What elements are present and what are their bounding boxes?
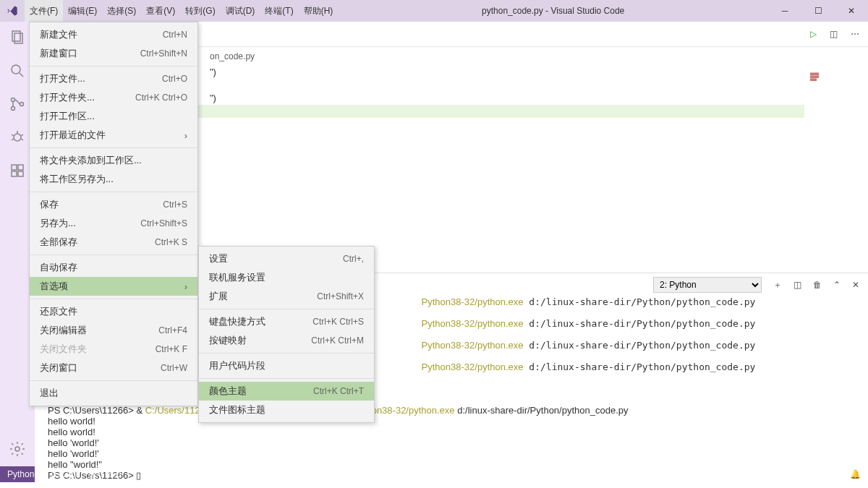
svg-rect-13: [12, 165, 17, 170]
svg-point-7: [14, 134, 21, 141]
menu-settings[interactable]: 设置Ctrl+,: [199, 249, 374, 268]
svg-point-17: [15, 447, 20, 451]
status-problems[interactable]: ⊗ 0 ⚠ 0: [89, 469, 121, 479]
source-control-icon[interactable]: [9, 95, 26, 113]
menu-save-as[interactable]: 另存为...Ctrl+Shift+S: [30, 214, 197, 233]
status-language[interactable]: Python: [796, 469, 823, 479]
menu-terminal[interactable]: 终端(T): [260, 0, 298, 22]
svg-rect-0: [12, 31, 20, 41]
menu-debug[interactable]: 调试(D): [221, 0, 260, 22]
menubar: 文件(F) 编辑(E) 选择(S) 查看(V) 转到(G) 调试(D) 终端(T…: [25, 0, 338, 22]
menu-online-services[interactable]: 联机服务设置: [199, 268, 374, 287]
svg-line-11: [12, 139, 14, 140]
menu-open-workspace[interactable]: 打开工作区...: [30, 107, 197, 126]
window-title: python_code.py - Visual Studio Code: [338, 6, 768, 16]
menu-exit[interactable]: 退出: [30, 384, 197, 403]
svg-rect-1: [14, 33, 22, 43]
search-icon[interactable]: [9, 62, 26, 80]
svg-point-2: [12, 65, 20, 74]
menu-keyboard-shortcuts[interactable]: 键盘快捷方式Ctrl+K Ctrl+S: [199, 312, 374, 331]
svg-rect-15: [18, 171, 23, 176]
menu-file[interactable]: 文件(F): [25, 0, 63, 22]
svg-point-5: [12, 107, 15, 111]
maximize-button[interactable]: ☐: [801, 0, 835, 22]
minimize-button[interactable]: ─: [768, 0, 801, 22]
svg-rect-14: [12, 171, 17, 176]
explorer-icon[interactable]: [9, 29, 26, 46]
menu-revert[interactable]: 还原文件: [30, 302, 197, 321]
menu-auto-save[interactable]: 自动保存: [30, 258, 197, 277]
file-menu-dropdown: 新建文件Ctrl+N 新建窗口Ctrl+Shift+N 打开文件...Ctrl+…: [29, 22, 198, 406]
svg-point-6: [20, 103, 24, 106]
close-panel-icon[interactable]: ✕: [852, 280, 859, 290]
svg-point-4: [12, 98, 15, 102]
extensions-icon[interactable]: [9, 162, 26, 179]
run-icon[interactable]: ▷: [810, 29, 817, 39]
svg-line-9: [12, 134, 14, 136]
menu-new-window[interactable]: 新建窗口Ctrl+Shift+N: [30, 44, 197, 63]
close-button[interactable]: ✕: [835, 0, 868, 22]
preferences-submenu: 设置Ctrl+, 联机服务设置 扩展Ctrl+Shift+X 键盘快捷方式Ctr…: [198, 246, 375, 423]
debug-icon[interactable]: [9, 129, 26, 146]
svg-line-12: [21, 139, 23, 140]
status-python[interactable]: Python 3.8.0 32-bit: [7, 469, 80, 479]
menu-icon-theme[interactable]: 文件图标主题: [199, 401, 374, 419]
maximize-panel-icon[interactable]: ⌃: [833, 280, 841, 290]
status-feedback-icon[interactable]: ☺: [833, 469, 841, 479]
menu-view[interactable]: 查看(V): [141, 0, 180, 22]
menu-new-file[interactable]: 新建文件Ctrl+N: [30, 25, 197, 44]
status-eol[interactable]: CRLF: [765, 469, 788, 479]
menu-open-folder[interactable]: 打开文件夹...Ctrl+K Ctrl+O: [30, 88, 197, 107]
menu-close-folder: 关闭文件夹Ctrl+K F: [30, 340, 197, 359]
status-bell-icon[interactable]: 🔔: [850, 469, 861, 479]
kill-terminal-icon[interactable]: 🗑: [813, 280, 822, 290]
split-editor-icon[interactable]: ◫: [830, 29, 838, 39]
status-encoding[interactable]: UTF-8: [732, 469, 757, 479]
menu-preferences[interactable]: 首选项›: [30, 277, 197, 296]
menu-close-editor[interactable]: 关闭编辑器Ctrl+F4: [30, 321, 197, 340]
menu-selection[interactable]: 选择(S): [102, 0, 141, 22]
svg-line-3: [20, 73, 23, 77]
split-terminal-icon[interactable]: ◫: [793, 280, 801, 290]
menu-extensions[interactable]: 扩展Ctrl+Shift+X: [199, 287, 374, 306]
menu-edit[interactable]: 编辑(E): [63, 0, 102, 22]
minimap[interactable]: ▆▆▆▆▆▆▆▆▆▆▆: [810, 72, 854, 94]
svg-line-10: [21, 134, 23, 136]
menu-color-theme[interactable]: 颜色主题Ctrl+K Ctrl+T: [199, 382, 374, 401]
new-terminal-icon[interactable]: ＋: [773, 279, 782, 291]
menu-add-folder[interactable]: 将文件夹添加到工作区...: [30, 151, 197, 170]
settings-gear-icon[interactable]: [9, 440, 26, 458]
status-spaces[interactable]: 空格: 4: [697, 468, 723, 481]
vscode-icon: [0, 5, 25, 17]
menu-open-file[interactable]: 打开文件...Ctrl+O: [30, 69, 197, 88]
menu-open-recent[interactable]: 打开最近的文件›: [30, 126, 197, 145]
menu-help[interactable]: 帮助(H): [299, 0, 339, 22]
menu-close-window[interactable]: 关闭窗口Ctrl+W: [30, 359, 197, 377]
menu-save[interactable]: 保存Ctrl+S: [30, 195, 197, 214]
menu-save-workspace-as[interactable]: 将工作区另存为...: [30, 170, 197, 189]
svg-rect-16: [18, 165, 23, 170]
menu-snippets[interactable]: 用户代码片段: [199, 356, 374, 375]
titlebar: 文件(F) 编辑(E) 选择(S) 查看(V) 转到(G) 调试(D) 终端(T…: [0, 0, 868, 22]
more-icon[interactable]: ⋯: [851, 29, 859, 39]
menu-save-all[interactable]: 全部保存Ctrl+K S: [30, 233, 197, 252]
menu-go[interactable]: 转到(G): [180, 0, 220, 22]
status-ln-col[interactable]: 行 6，列 1: [647, 468, 688, 481]
menu-keymap[interactable]: 按键映射Ctrl+K Ctrl+M: [199, 331, 374, 350]
terminal-select[interactable]: 2: Python: [653, 277, 762, 293]
